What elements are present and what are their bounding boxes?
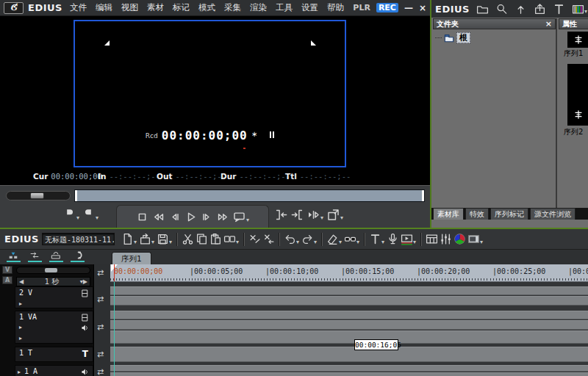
undo-button[interactable]: ▾ [283,232,301,246]
chevron-down-icon[interactable]: ▾ [169,239,172,245]
patch-arrows-icon[interactable]: ⇄ [97,269,104,278]
expand-arrow-icon[interactable]: ▸ [19,324,22,330]
track-header-1a[interactable]: ▸ 1 A [0,365,93,376]
chevron-down-icon[interactable]: ▾ [320,214,323,221]
voice-over-button[interactable] [386,232,400,246]
play-around-button[interactable]: ▾ [306,207,325,223]
cut-scissors-button[interactable] [181,232,195,246]
bin-item-sequence2-thumbnail[interactable] [567,64,588,126]
chevron-down-icon[interactable]: ▾ [236,239,239,245]
timeline-zoom-slider[interactable] [16,267,90,274]
bin-tab-特效[interactable]: 特效 [465,208,489,220]
menu-item-10[interactable]: 设置 [301,2,318,13]
set-in-out-button[interactable]: ▾ [343,232,361,246]
color-correction-button[interactable] [453,232,467,246]
chevron-down-icon[interactable]: ▾ [356,239,359,245]
chevron-down-icon[interactable]: ▾ [151,239,154,245]
chevron-down-icon[interactable]: ▾ [246,217,249,223]
timeline-ruler[interactable]: 00:00:00;00|00:00:05;00|00:00:10;00|00:0… [110,264,588,282]
tab-sequence1[interactable]: 序列1 [112,252,151,264]
open-bin-button[interactable] [425,232,439,246]
bin-item-sequence1-label[interactable]: 序列1 [564,48,583,59]
monitor-layout-button[interactable]: ▾ [467,232,484,246]
close-button[interactable]: × [419,4,426,12]
menu-item-4[interactable]: 素材 [147,2,164,13]
audio-mute-button[interactable]: A [2,276,12,284]
search-button[interactable] [495,2,509,16]
chevron-down-icon[interactable]: ▾ [134,239,137,245]
delete-button[interactable] [248,232,262,246]
ripple-mode-button[interactable] [47,250,65,264]
save-project-button[interactable]: ▾ [156,232,173,246]
chevron-down-icon[interactable]: ▾ [340,214,343,221]
flag-out-button[interactable]: ▾ [81,207,100,223]
new-sequence-button[interactable]: ▾ [121,232,138,246]
add-cut-point-button[interactable]: ▾ [326,232,343,246]
zoom-slider-handle[interactable] [45,268,57,272]
render-in-out-button[interactable]: ▾ [400,232,417,246]
jump-to-in-button[interactable] [273,207,289,223]
snap-magnet-button[interactable] [68,250,86,264]
track-header-1t[interactable]: 1 T T [0,347,93,362]
expand-arrow-icon[interactable]: ▸ [18,369,21,375]
fast-forward-button[interactable] [215,209,231,225]
open-project-button[interactable]: ▾ [138,232,156,246]
menu-item-3[interactable]: 视图 [121,2,138,13]
stop-button[interactable] [135,209,150,225]
insert-overwrite-mode-button[interactable] [4,250,22,264]
jump-to-out-button[interactable] [290,207,305,223]
lane-1va-video[interactable] [110,311,588,319]
patch-arrows-icon[interactable]: ⇄ [97,350,104,359]
chevron-down-icon[interactable]: ▾ [314,239,317,245]
chevron-down-icon[interactable]: ▾ [96,214,98,221]
chevron-down-icon[interactable]: ▾ [76,214,79,221]
create-title-button[interactable]: ▾ [368,232,386,246]
plr-button[interactable]: PLR [353,3,370,12]
playhead-line-tracks[interactable] [114,282,115,376]
lane-1t[interactable] [110,347,588,362]
bin-item-sequence1-thumbnail[interactable] [567,32,588,48]
bin-tab-素材库[interactable]: 素材库 [433,208,464,220]
expand-arrow-icon[interactable]: ▸ [19,300,22,307]
lane-1va-sub[interactable] [110,330,588,344]
lane-2v-sub[interactable] [110,296,588,306]
folder-button[interactable] [476,2,490,16]
menu-item-5[interactable]: 标记 [173,2,190,13]
title-t-button[interactable] [552,2,566,16]
chevron-down-icon[interactable]: ▾ [413,239,416,245]
video-mute-button[interactable]: V [2,266,12,274]
time-scale-selector[interactable]: ◀ 1 秒 ▾ ▶ [16,277,90,286]
menu-item-2[interactable]: 编辑 [96,2,112,13]
loop-display-button[interactable]: ▾ [232,209,251,225]
bin-tab-序列标记[interactable]: 序列标记 [490,208,528,220]
color-bars-button[interactable]: ▾ [571,2,588,16]
project-title-box[interactable]: 无标题-180311-11... [42,233,115,245]
up-arrow-button[interactable] [514,2,528,16]
lane-1va-audio[interactable] [110,320,588,330]
track-header-1va[interactable]: 1 VA ▸ ▸ [0,311,93,344]
add-clip-button[interactable] [533,2,547,16]
export-frame-button[interactable]: ▾ [326,207,345,223]
position-bar[interactable] [74,189,425,202]
lane-1a[interactable] [110,365,588,372]
menu-item-11[interactable]: 帮助 [327,2,344,13]
chevron-down-icon[interactable]: ▾ [296,239,299,245]
chevron-down-icon[interactable]: ▾ [381,239,384,245]
flag-in-button[interactable]: ▾ [62,207,81,223]
menu-item-7[interactable]: 采集 [224,2,241,13]
bin-item-sequence2-label[interactable]: 序列2 [564,127,583,137]
copy-button[interactable] [195,232,209,246]
chevron-down-icon[interactable]: ▾ [480,239,483,245]
bin-tab-源文件浏览[interactable]: 源文件浏览 [530,208,576,220]
track-header-2v[interactable]: 2 V ▸ [0,286,93,308]
redo-button[interactable]: ▾ [301,232,318,246]
patch-arrows-icon[interactable]: ⇄ [97,295,104,304]
lane-1a-sub[interactable] [110,372,588,376]
minimize-button[interactable]: — [404,4,413,12]
chevron-down-icon[interactable]: ▾ [339,239,342,245]
patch-arrows-icon[interactable]: ⇄ [97,368,104,376]
lane-2v-video[interactable] [110,286,588,295]
chevron-down-icon[interactable]: ▾ [584,8,587,15]
expand-arrow-icon[interactable]: ▸ [19,335,22,341]
timeline-tracks-area[interactable]: 00:00:16;05 [110,282,588,376]
